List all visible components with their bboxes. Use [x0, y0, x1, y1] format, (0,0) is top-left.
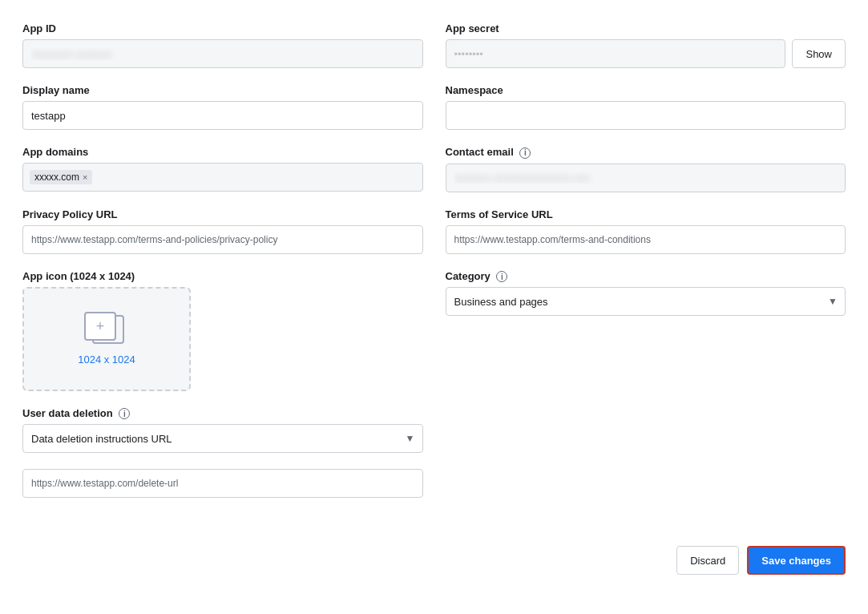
show-secret-button[interactable]: Show: [792, 39, 846, 68]
category-select[interactable]: Business and pages Apps for Pages Gaming…: [446, 287, 846, 316]
category-group: Category i Business and pages Apps for P…: [446, 270, 846, 391]
terms-of-service-input[interactable]: [446, 225, 846, 254]
icon-size-label: 1024 x 1024: [78, 353, 135, 366]
domain-tag: xxxxx.com ×: [30, 170, 92, 184]
privacy-policy-group: Privacy Policy URL: [22, 208, 423, 254]
domain-tag-value: xxxxx.com: [34, 172, 79, 183]
user-data-deletion-select[interactable]: Data deletion instructions URL Data dele…: [22, 424, 423, 453]
app-icon-upload[interactable]: + 1024 x 1024: [22, 287, 191, 391]
user-data-deletion-label: User data deletion i: [22, 407, 423, 420]
plus-icon: +: [96, 319, 105, 333]
contact-email-info-icon: i: [519, 147, 531, 159]
user-data-deletion-group: User data deletion i Data deletion instr…: [22, 407, 423, 454]
discard-button[interactable]: Discard: [676, 546, 739, 575]
app-id-label: App ID: [22, 22, 423, 34]
app-icon-label: App icon (1024 x 1024): [22, 270, 423, 282]
app-icon-group: App icon (1024 x 1024) + 1024 x 1024: [22, 270, 423, 391]
deletion-url-group: [22, 469, 423, 498]
contact-email-group: Contact email i: [446, 146, 846, 192]
user-data-deletion-info-icon: i: [119, 408, 130, 419]
category-select-wrapper: Business and pages Apps for Pages Gaming…: [446, 287, 846, 316]
namespace-input[interactable]: [446, 101, 846, 130]
terms-of-service-group: Terms of Service URL: [446, 208, 846, 254]
save-changes-button[interactable]: Save changes: [747, 546, 846, 575]
app-id-group: App ID: [22, 22, 423, 68]
namespace-group: Namespace: [446, 84, 846, 130]
app-domains-input[interactable]: xxxxx.com ×: [22, 163, 423, 192]
display-name-label: Display name: [22, 84, 423, 96]
category-info-icon: i: [496, 271, 507, 282]
upload-icon-graphic: +: [84, 312, 129, 349]
form-grid: App ID App secret Show Display name Name…: [22, 22, 846, 514]
category-label: Category i: [446, 270, 846, 283]
display-name-group: Display name: [22, 84, 423, 130]
footer-actions: Discard Save changes: [22, 538, 846, 575]
app-secret-group: App secret Show: [446, 22, 846, 68]
user-data-deletion-select-wrapper: Data deletion instructions URL Data dele…: [22, 424, 423, 453]
app-id-input[interactable]: [22, 39, 423, 68]
app-secret-wrapper: Show: [446, 39, 846, 68]
contact-email-label: Contact email i: [446, 146, 846, 159]
app-secret-input[interactable]: [446, 39, 786, 68]
settings-form: App ID App secret Show Display name Name…: [0, 0, 868, 614]
privacy-policy-input[interactable]: [22, 225, 423, 254]
privacy-policy-label: Privacy Policy URL: [22, 208, 423, 220]
deletion-url-input[interactable]: [22, 469, 423, 498]
app-secret-label: App secret: [446, 22, 846, 34]
terms-of-service-label: Terms of Service URL: [446, 208, 846, 220]
app-domains-label: App domains: [22, 146, 423, 158]
namespace-label: Namespace: [446, 84, 846, 96]
contact-email-input[interactable]: [446, 164, 846, 192]
app-domains-group: App domains xxxxx.com ×: [22, 146, 423, 192]
icon-front-frame: +: [84, 312, 116, 341]
domain-tag-remove[interactable]: ×: [83, 172, 87, 182]
display-name-input[interactable]: [22, 101, 423, 130]
